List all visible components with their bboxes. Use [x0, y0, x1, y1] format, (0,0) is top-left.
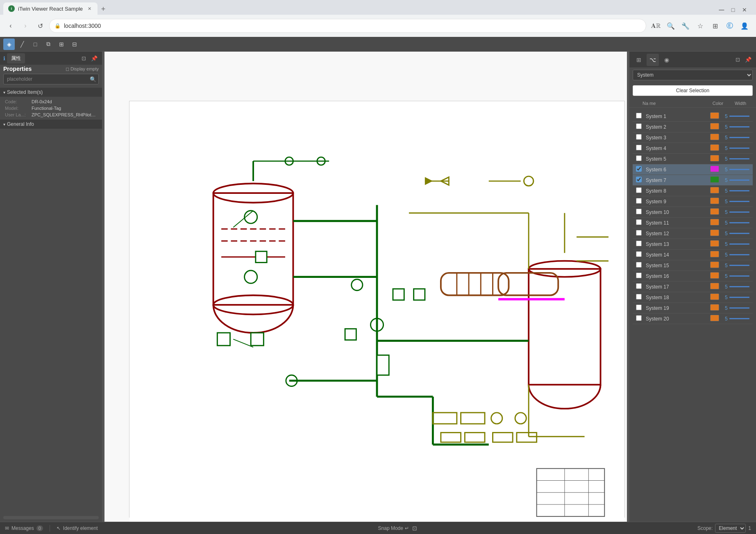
add-tool-button[interactable]: ⊞: [56, 39, 67, 50]
system-18-width-value[interactable]: 5: [725, 295, 728, 300]
fullscreen-button[interactable]: ⊡: [412, 525, 417, 532]
system-7-width-value[interactable]: 5: [725, 177, 728, 183]
address-bar[interactable]: 🔒 localhost:3000: [49, 19, 646, 33]
select-tool-button[interactable]: ◈: [3, 39, 15, 50]
general-info-section-header[interactable]: ▾ General Info: [0, 120, 102, 129]
system-19-checkbox[interactable]: [636, 304, 642, 310]
system-20-color-swatch[interactable]: [710, 315, 719, 321]
clear-selection-button[interactable]: Clear Selection: [633, 85, 753, 96]
forward-button[interactable]: ›: [20, 20, 31, 32]
line-tool-button[interactable]: ╱: [16, 39, 28, 50]
search-input[interactable]: [3, 74, 99, 84]
system-12-color-swatch[interactable]: [710, 230, 719, 236]
system-5-color-swatch[interactable]: [710, 155, 719, 161]
refresh-button[interactable]: ↺: [34, 20, 46, 32]
extensions-button[interactable]: 🔧: [679, 19, 692, 32]
system-8-checkbox[interactable]: [636, 187, 642, 193]
system-10-width-value[interactable]: 5: [725, 209, 728, 215]
settings-tab-button[interactable]: ◉: [661, 54, 673, 66]
system-18-color-swatch[interactable]: [710, 293, 719, 300]
system-6-width-value[interactable]: 5: [725, 167, 728, 173]
favorites-button[interactable]: ☆: [694, 19, 707, 32]
read-aloud-button[interactable]: 𝐀ℝ: [649, 19, 663, 32]
system-3-width-value[interactable]: 5: [725, 135, 728, 141]
system-dropdown[interactable]: System: [633, 70, 753, 80]
system-20-width-value[interactable]: 5: [725, 316, 728, 322]
system-18-checkbox[interactable]: [636, 294, 642, 300]
system-15-width-value[interactable]: 5: [725, 263, 728, 268]
system-7-checkbox[interactable]: [636, 177, 642, 182]
system-3-checkbox[interactable]: [636, 134, 642, 140]
selected-items-section-header[interactable]: ▾ Selected Item(s): [0, 88, 102, 97]
rect-tool-button[interactable]: □: [30, 39, 41, 50]
system-13-color-swatch[interactable]: [710, 240, 719, 247]
layers-tab-button[interactable]: ⌥: [647, 54, 659, 66]
maximize-button[interactable]: □: [728, 5, 738, 15]
system-9-width-value[interactable]: 5: [725, 199, 728, 205]
system-17-color-swatch[interactable]: [710, 283, 719, 289]
search-icon[interactable]: 🔍: [90, 76, 96, 82]
canvas-area[interactable]: [104, 52, 627, 522]
system-1-checkbox[interactable]: [636, 113, 642, 118]
system-15-checkbox[interactable]: [636, 262, 642, 268]
system-8-color-swatch[interactable]: [710, 187, 719, 193]
close-window-button[interactable]: ✕: [740, 5, 749, 15]
system-2-width-value[interactable]: 5: [725, 124, 728, 130]
system-3-color-swatch[interactable]: [710, 134, 719, 140]
zoom-button[interactable]: 🔍: [664, 19, 677, 32]
system-6-checkbox[interactable]: [636, 166, 642, 172]
hierarchy-tab-button[interactable]: ⊞: [633, 54, 645, 66]
new-tab-button[interactable]: +: [98, 3, 109, 15]
system-14-checkbox[interactable]: [636, 251, 642, 257]
system-5-checkbox[interactable]: [636, 155, 642, 161]
display-empty-button[interactable]: ◻ Display empty: [66, 66, 99, 72]
system-10-color-swatch[interactable]: [710, 208, 719, 215]
system-19-width-value[interactable]: 5: [725, 305, 728, 311]
system-8-width-value[interactable]: 5: [725, 188, 728, 194]
panel-pin-button[interactable]: 📌: [90, 54, 99, 63]
system-1-width-value[interactable]: 5: [725, 114, 728, 119]
tab-close-button[interactable]: ✕: [86, 5, 93, 12]
system-4-color-swatch[interactable]: [710, 144, 719, 151]
profile-button[interactable]: 👤: [738, 19, 751, 32]
right-panel-pin-button[interactable]: 📌: [744, 55, 753, 64]
system-9-checkbox[interactable]: [636, 198, 642, 204]
system-14-width-value[interactable]: 5: [725, 252, 728, 258]
edge-icon[interactable]: Ⓔ: [723, 19, 736, 32]
system-12-checkbox[interactable]: [636, 230, 642, 236]
system-13-checkbox[interactable]: [636, 241, 642, 246]
system-5-width-value[interactable]: 5: [725, 156, 728, 162]
system-16-color-swatch[interactable]: [710, 272, 719, 279]
snap-mode-button[interactable]: Snap Mode ↵: [378, 525, 409, 531]
system-19-color-swatch[interactable]: [710, 304, 719, 311]
system-6-color-swatch[interactable]: [710, 166, 719, 172]
right-panel-popout-button[interactable]: ⊡: [733, 55, 742, 64]
system-17-width-value[interactable]: 5: [725, 284, 728, 290]
system-2-checkbox[interactable]: [636, 123, 642, 129]
properties-tab[interactable]: 属性: [7, 53, 25, 64]
system-10-checkbox[interactable]: [636, 209, 642, 214]
system-11-checkbox[interactable]: [636, 219, 642, 225]
system-4-width-value[interactable]: 5: [725, 145, 728, 151]
system-12-width-value[interactable]: 5: [725, 231, 728, 236]
system-9-color-swatch[interactable]: [710, 198, 719, 204]
system-13-width-value[interactable]: 5: [725, 241, 728, 247]
system-11-color-swatch[interactable]: [710, 219, 719, 225]
remove-tool-button[interactable]: ⊟: [69, 39, 80, 50]
copy-tool-button[interactable]: ⧉: [43, 39, 54, 50]
system-17-checkbox[interactable]: [636, 283, 642, 289]
minimize-button[interactable]: ─: [717, 5, 726, 15]
panel-popout-button[interactable]: ⊡: [79, 54, 88, 63]
system-14-color-swatch[interactable]: [710, 251, 719, 257]
system-11-width-value[interactable]: 5: [725, 220, 728, 226]
system-16-width-value[interactable]: 5: [725, 273, 728, 279]
system-4-checkbox[interactable]: [636, 145, 642, 150]
system-7-color-swatch[interactable]: [710, 176, 719, 183]
scope-select[interactable]: Element: [715, 524, 746, 533]
system-16-checkbox[interactable]: [636, 273, 642, 278]
back-button[interactable]: ‹: [5, 20, 16, 32]
system-1-color-swatch[interactable]: [710, 112, 719, 119]
system-2-color-swatch[interactable]: [710, 123, 719, 130]
system-20-checkbox[interactable]: [636, 315, 642, 321]
collections-button[interactable]: ⊞: [708, 19, 722, 32]
